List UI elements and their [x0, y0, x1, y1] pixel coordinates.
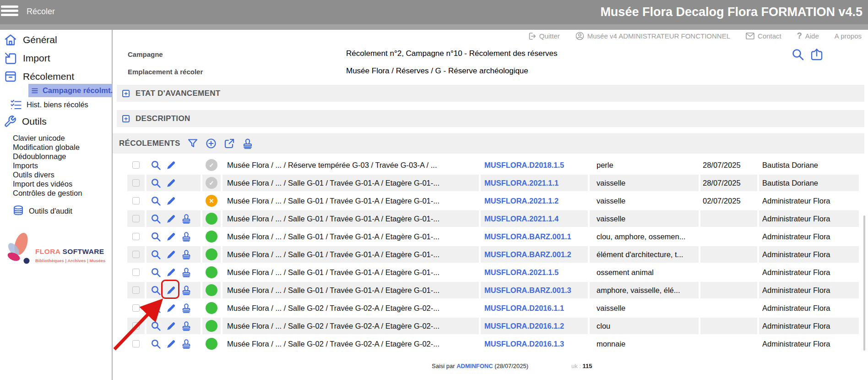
- sidebar-item-label: Import des vidéos: [13, 180, 72, 188]
- aide-button[interactable]: ? Aide: [797, 31, 819, 41]
- stamp-icon[interactable]: [181, 320, 192, 331]
- export-window-icon[interactable]: [809, 47, 824, 62]
- expand-plus-icon[interactable]: +: [122, 115, 130, 122]
- row-checkbox[interactable]: [132, 269, 140, 276]
- row-agent: Bautista Doriane: [762, 179, 818, 187]
- sidebar-item-modification-globale[interactable]: Modification globale: [13, 143, 80, 152]
- view-magnifier-icon[interactable]: [150, 249, 162, 260]
- row-objects: perle: [597, 161, 613, 170]
- edit-pencil-icon[interactable]: [166, 213, 177, 224]
- row-ref-link[interactable]: MUSFLORA.BARZ.001.2: [484, 250, 571, 259]
- row-location: Musée Flora / ... / Salle G-01 / Travée …: [227, 268, 439, 277]
- sidebar-item-label: Général: [23, 34, 57, 45]
- row-checkbox[interactable]: [132, 251, 140, 258]
- row-checkbox[interactable]: [132, 215, 140, 222]
- sidebar-item-outils[interactable]: Outils: [4, 113, 47, 130]
- recolement-table: ✓ Musée Flora / ... / Réserve tempérée G…: [127, 157, 859, 350]
- row-location: Musée Flora / ... / Réserve tempérée G-0…: [227, 161, 437, 170]
- current-user-label: Musée v4 ADMINISTRATEUR FONCTIONNEL: [587, 32, 730, 40]
- contact-button[interactable]: Contact: [746, 32, 781, 40]
- stamp-icon[interactable]: [242, 138, 254, 149]
- edit-pencil-icon[interactable]: [166, 231, 177, 242]
- row-ref-link[interactable]: MUSFLORA.D2016.1.2: [484, 322, 564, 330]
- stamp-icon[interactable]: [181, 338, 192, 349]
- apropos-button[interactable]: A propos: [835, 32, 862, 40]
- row-objects: monnaie: [597, 340, 625, 348]
- row-objects: ossement animal: [597, 268, 654, 277]
- stamp-icon[interactable]: [181, 249, 192, 260]
- expand-plus-icon[interactable]: +: [122, 90, 130, 97]
- row-ref-link[interactable]: MUSFLORA.D2018.1.5: [484, 161, 564, 170]
- row-ref-link[interactable]: MUSFLORA.D2016.1.1: [484, 304, 564, 313]
- row-ref-link[interactable]: MUSFLORA.2021.1.5: [484, 268, 559, 277]
- row-location: Musée Flora / ... / Salle G-01 / Travée …: [227, 232, 439, 241]
- logout-icon: [528, 32, 536, 40]
- view-magnifier-icon[interactable]: [150, 267, 162, 278]
- section-description[interactable]: + DESCRIPTION: [117, 110, 864, 127]
- stamp-icon[interactable]: [181, 267, 192, 278]
- row-checkbox[interactable]: [132, 161, 140, 169]
- sidebar-item-controles-gestion[interactable]: Contrôles de gestion: [13, 188, 82, 198]
- home-icon: [4, 33, 17, 47]
- table-row: Musée Flora / ... / Salle G-01 / Travée …: [127, 282, 859, 298]
- row-location: Musée Flora / ... / Salle G-02 / Travée …: [227, 340, 439, 348]
- view-magnifier-icon[interactable]: [150, 177, 162, 189]
- quitter-button[interactable]: Quitter: [528, 32, 560, 40]
- stamp-icon[interactable]: [181, 303, 192, 314]
- stamp-icon[interactable]: [181, 231, 192, 242]
- row-ref-link[interactable]: MUSFLORA.BARZ.001.1: [484, 232, 571, 241]
- sidebar-item-outils-divers[interactable]: Outils divers: [13, 170, 54, 179]
- sidebar-item-label: Outils: [22, 116, 47, 127]
- row-checkbox[interactable]: [132, 233, 140, 240]
- sidebar-item-general[interactable]: Général: [4, 32, 57, 48]
- sidebar-item-imports[interactable]: Imports: [13, 161, 38, 170]
- sidebar-item-import-videos[interactable]: Import des vidéos: [13, 179, 72, 188]
- stamp-icon[interactable]: [181, 285, 192, 296]
- view-magnifier-icon[interactable]: [150, 160, 162, 171]
- edit-pencil-icon[interactable]: [166, 160, 177, 171]
- app-title: Musée Flora Decalog Flora FORMATION v4.5: [600, 5, 863, 19]
- filter-icon[interactable]: [187, 138, 199, 149]
- row-location: Musée Flora / ... / Salle G-01 / Travée …: [227, 179, 439, 187]
- row-ref-link[interactable]: MUSFLORA.2021.1.4: [484, 215, 559, 223]
- external-link-icon[interactable]: [223, 138, 235, 149]
- row-ref-link[interactable]: MUSFLORA.D2016.1.3: [484, 340, 564, 348]
- view-magnifier-icon[interactable]: [150, 231, 162, 242]
- row-agent: Administrateur Flora: [762, 304, 830, 313]
- view-magnifier-icon[interactable]: [150, 195, 162, 207]
- row-ref-link[interactable]: MUSFLORA.BARZ.001.3: [484, 286, 571, 295]
- sidebar-item-dedoublonnage[interactable]: Dédoublonnage: [13, 152, 66, 161]
- current-user-button[interactable]: Musée v4 ADMINISTRATEUR FONCTIONNEL: [575, 32, 730, 40]
- row-status-icon: ✓: [206, 177, 217, 189]
- sidebar-item-hist-biens-recoles[interactable]: Hist. biens récolés: [10, 99, 88, 110]
- section-etat-avancement[interactable]: + ETAT D'AVANCEMENT: [117, 85, 864, 102]
- saisi-user-link[interactable]: ADMINFONC: [456, 363, 493, 369]
- table-row: ✕ Musée Flora / ... / Salle G-01 / Travé…: [127, 193, 859, 209]
- view-magnifier-icon[interactable]: [150, 213, 162, 225]
- sidebar-item-outils-audit[interactable]: Outils d'audit: [12, 203, 72, 219]
- logo-name-software: SOFTWARE: [63, 248, 104, 255]
- edit-pencil-icon[interactable]: [166, 177, 177, 188]
- row-objects: vaisselle: [597, 215, 625, 223]
- table-scrollbar[interactable]: [863, 215, 865, 351]
- edit-pencil-icon[interactable]: [166, 267, 177, 278]
- sidebar-item-import[interactable]: Import: [4, 50, 50, 66]
- top-bar-strip: [0, 24, 868, 30]
- add-circle-icon[interactable]: [205, 138, 217, 149]
- search-icon[interactable]: [791, 48, 805, 61]
- edit-pencil-icon[interactable]: [166, 195, 177, 206]
- row-location: Musée Flora / ... / Salle G-02 / Travée …: [227, 304, 439, 313]
- edit-pencil-icon[interactable]: [166, 249, 177, 260]
- row-ref-link[interactable]: MUSFLORA.2021.1.2: [484, 197, 559, 205]
- stamp-icon[interactable]: [181, 213, 192, 224]
- header-links: Quitter Musée v4 ADMINISTRATEUR FONCTION…: [528, 31, 862, 41]
- sidebar-item-recolement[interactable]: Récolement: [4, 68, 74, 85]
- row-ref-link[interactable]: MUSFLORA.2021.1.1: [484, 179, 559, 187]
- sidebar-item-label: Import: [23, 53, 50, 64]
- row-checkbox[interactable]: [132, 197, 140, 204]
- row-checkbox[interactable]: [132, 179, 140, 187]
- sidebar-item-campagne-recolmt[interactable]: Campagne récolmt.: [28, 84, 113, 97]
- hamburger-menu-icon[interactable]: [1, 6, 18, 18]
- row-status-icon: ✕: [206, 195, 217, 207]
- sidebar-item-clavier-unicode[interactable]: Clavier unicode: [13, 133, 65, 143]
